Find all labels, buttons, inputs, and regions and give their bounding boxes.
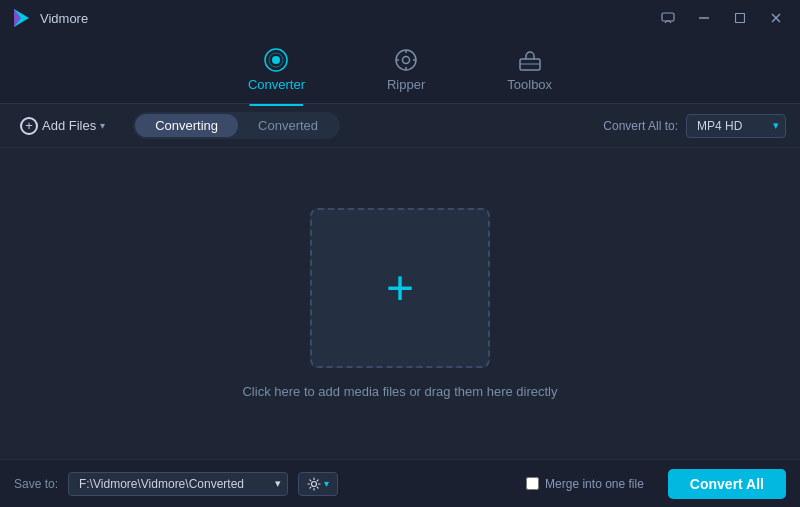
close-button[interactable] [762,8,790,28]
save-path-select[interactable]: F:\Vidmore\Vidmore\Converted [68,472,288,496]
title-bar: Vidmore [0,0,800,36]
minimize-button[interactable] [690,8,718,28]
app-logo [10,7,32,29]
drop-zone[interactable]: + [310,208,490,368]
nav-ripper-label: Ripper [387,77,425,92]
convert-all-button[interactable]: Convert All [668,469,786,499]
app-title: Vidmore [40,11,88,26]
svg-rect-2 [662,13,674,21]
tab-converting[interactable]: Converting [135,114,238,137]
convert-all-to-section: Convert All to: MP4 HD MP4 MKV AVI MOV M… [603,114,786,138]
format-select[interactable]: MP4 HD MP4 MKV AVI MOV MP3 [686,114,786,138]
merge-checkbox[interactable] [526,477,539,490]
drop-hint: Click here to add media files or drag th… [242,384,557,399]
nav-item-converter[interactable]: Converter [232,41,321,98]
svg-rect-4 [736,14,745,23]
toolbox-icon [517,47,543,73]
gear-icon [307,477,321,491]
ripper-icon [393,47,419,73]
tab-group: Converting Converted [133,112,340,139]
converter-icon [263,47,289,73]
save-to-label: Save to: [14,477,58,491]
add-files-plus-icon: + [20,117,38,135]
title-bar-controls [654,8,790,28]
add-files-arrow-icon: ▾ [100,120,105,131]
bottom-bar: Save to: F:\Vidmore\Vidmore\Converted ▾ … [0,459,800,507]
title-bar-left: Vidmore [10,7,88,29]
tab-converted[interactable]: Converted [238,114,338,137]
drop-zone-plus-icon: + [386,264,414,312]
toolbar: + Add Files ▾ Converting Converted Conve… [0,104,800,148]
maximize-button[interactable] [726,8,754,28]
svg-point-8 [272,56,280,64]
main-content: + Click here to add media files or drag … [0,148,800,459]
nav-toolbox-label: Toolbox [507,77,552,92]
message-button[interactable] [654,8,682,28]
svg-point-11 [403,57,410,64]
settings-button[interactable]: ▾ [298,472,338,496]
nav-converter-label: Converter [248,77,305,92]
merge-checkbox-group: Merge into one file [526,477,644,491]
settings-arrow-icon: ▾ [324,478,329,489]
nav-item-toolbox[interactable]: Toolbox [491,41,568,98]
svg-point-18 [312,481,317,486]
convert-all-to-label: Convert All to: [603,119,678,133]
merge-label[interactable]: Merge into one file [545,477,644,491]
format-dropdown-wrapper[interactable]: MP4 HD MP4 MKV AVI MOV MP3 [686,114,786,138]
nav-item-ripper[interactable]: Ripper [371,41,441,98]
add-files-button[interactable]: + Add Files ▾ [14,113,111,139]
nav-bar: Converter Ripper Toolbox [0,36,800,104]
add-files-label: Add Files [42,118,96,133]
save-path-wrapper[interactable]: F:\Vidmore\Vidmore\Converted [68,472,288,496]
